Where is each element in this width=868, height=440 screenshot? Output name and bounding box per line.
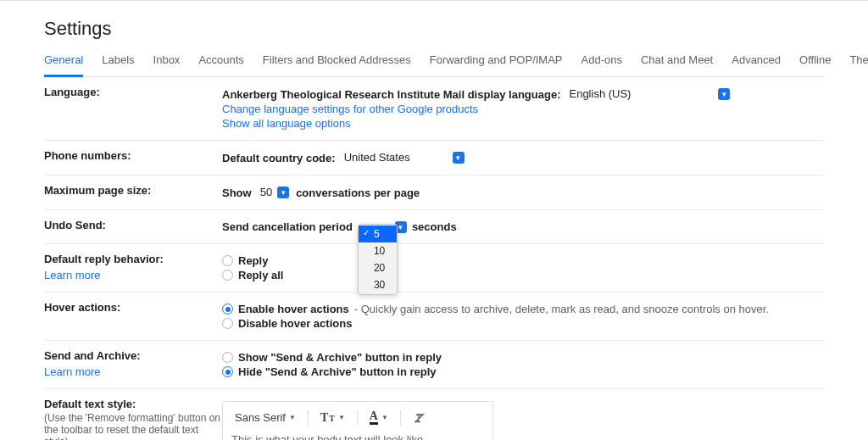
text-size-tool[interactable]: TT ▼ (317, 409, 348, 426)
page-title: Settings (44, 18, 824, 40)
reply-option-label: Reply all (238, 269, 283, 281)
undo-option-30[interactable]: 30 (359, 276, 397, 293)
settings-tabs: GeneralLabelsInboxAccountsFilters and Bl… (44, 53, 824, 77)
tab-add-ons[interactable]: Add-ons (581, 53, 622, 76)
country-code-value: United States (344, 151, 410, 164)
separator (400, 410, 401, 426)
text-style-box: Sans Serif ▼ TT ▼ A ▼ (222, 401, 493, 440)
font-select[interactable]: Sans Serif ▼ (231, 409, 299, 426)
language-select[interactable]: English (US) ▾ (565, 87, 732, 101)
text-color-icon: A (370, 410, 378, 425)
hover-radio-0[interactable] (222, 304, 233, 315)
send-archive-label: Send and Archive: (44, 349, 222, 362)
tab-chat-and-meet[interactable]: Chat and Meet (641, 53, 713, 76)
language-label: Language: (44, 86, 100, 98)
page-size-label: Maximum page size: (44, 184, 151, 197)
undo-seconds-label: seconds (412, 220, 457, 233)
undo-option-5[interactable]: 5 (359, 226, 397, 242)
show-all-language-link[interactable]: Show all language options (222, 117, 351, 130)
send-archive-radio-1[interactable] (222, 366, 233, 377)
chevron-down-icon: ▾ (718, 88, 730, 100)
tab-labels[interactable]: Labels (102, 53, 134, 76)
undo-send-label: Undo Send: (44, 219, 106, 231)
page-size-suffix: conversations per page (296, 187, 420, 199)
reply-radio-1[interactable] (222, 270, 233, 281)
text-color-tool[interactable]: A ▼ (366, 409, 392, 426)
hover-option-label: Disable hover actions (238, 317, 352, 330)
tab-accounts[interactable]: Accounts (198, 53, 243, 76)
language-select-value: English (US) (569, 87, 631, 100)
separator (357, 410, 358, 426)
send-archive-radio-0[interactable] (222, 352, 233, 363)
chevron-down-icon: ▼ (338, 414, 345, 421)
chevron-down-icon: ▼ (289, 414, 296, 421)
tab-forwarding-and-pop-imap[interactable]: Forwarding and POP/IMAP (430, 53, 563, 76)
text-style-preview: This is what your body text will look li… (223, 433, 492, 440)
tab-themes[interactable]: Themes (849, 53, 868, 76)
display-language-label: Ankerberg Theological Research Institute… (222, 88, 560, 101)
tab-general[interactable]: General (44, 53, 83, 77)
send-archive-learn-more-link[interactable]: Learn more (44, 365, 222, 378)
text-style-hint: (Use the 'Remove formatting' button on t… (44, 412, 222, 440)
country-code-select[interactable]: United States ▾ (341, 151, 466, 164)
undo-option-10[interactable]: 10 (359, 242, 397, 259)
undo-seconds-dropdown[interactable]: 5102030 (358, 224, 398, 295)
change-language-link[interactable]: Change language settings for other Googl… (222, 103, 478, 115)
send-archive-option-label: Show "Send & Archive" button in reply (238, 351, 442, 364)
separator (308, 410, 309, 426)
page-size-value: 50 (260, 186, 272, 198)
page-size-select[interactable]: 50 ▾ (257, 186, 291, 199)
page-size-show: Show (222, 187, 252, 199)
reply-option-label: Reply (238, 254, 268, 267)
font-value: Sans Serif (235, 411, 286, 424)
tab-offline[interactable]: Offline (799, 53, 831, 76)
reply-learn-more-link[interactable]: Learn more (44, 269, 222, 281)
hover-option-label: Enable hover actions (238, 303, 349, 315)
tab-advanced[interactable]: Advanced (732, 53, 781, 76)
text-size-icon: TT (320, 411, 335, 425)
chevron-down-icon: ▾ (277, 187, 289, 198)
country-code-label: Default country code: (222, 152, 336, 164)
chevron-down-icon: ▾ (453, 152, 465, 164)
reply-radio-0[interactable] (222, 255, 233, 266)
undo-period-label: Send cancellation period (222, 220, 353, 233)
send-archive-option-label: Hide "Send & Archive" button in reply (238, 365, 437, 378)
tab-filters-and-blocked-addresses[interactable]: Filters and Blocked Addresses (263, 53, 411, 76)
remove-formatting-icon (413, 411, 426, 425)
tab-inbox[interactable]: Inbox (153, 53, 181, 76)
reply-behavior-label: Default reply behavior: (44, 253, 222, 265)
hover-radio-1[interactable] (222, 318, 233, 329)
hover-actions-label: Hover actions: (44, 301, 120, 314)
chevron-down-icon: ▼ (381, 414, 388, 421)
text-style-label: Default text style: (44, 398, 222, 410)
undo-option-20[interactable]: 20 (359, 259, 397, 276)
phone-label: Phone numbers: (44, 149, 131, 162)
remove-formatting-tool[interactable] (409, 409, 430, 426)
